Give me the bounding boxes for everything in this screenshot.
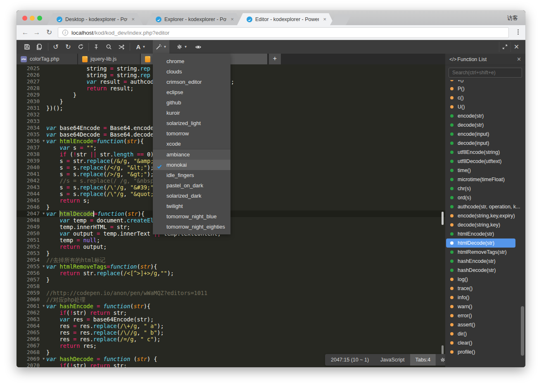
gutter-line-number[interactable]: 2059	[17, 290, 46, 296]
code-line[interactable]: 2059//http://codepen.io/anon/pen/wWaMQZ?…	[17, 290, 445, 296]
theme-menu-item[interactable]: monokai	[153, 160, 230, 170]
new-file-tab-button[interactable]: +	[268, 54, 281, 64]
undo-icon[interactable]: ↺	[50, 40, 61, 54]
font-size-button[interactable]: A▼	[133, 40, 149, 54]
theme-menu-item[interactable]: pastel_on_dark	[153, 180, 230, 191]
code-editor[interactable]: 2025 string = string.rep2026 string = st…	[17, 64, 445, 367]
code-line[interactable]: 2041 s = s.replace(/>/g, "&gt;");	[17, 171, 445, 177]
gutter-line-number[interactable]: 2048	[17, 217, 46, 224]
function-list-item[interactable]: encode(str)	[445, 111, 522, 120]
code-line[interactable]: 2054//去掉所有的html标记	[17, 257, 445, 263]
save-all-icon[interactable]	[34, 40, 45, 54]
code-line[interactable]: 2031})();	[17, 105, 445, 111]
code-line[interactable]: 2051 temp = null;	[17, 237, 445, 243]
function-list-item[interactable]: assert()	[445, 320, 522, 329]
code-line[interactable]: 2037 var s = "";	[17, 144, 445, 151]
gutter-line-number[interactable]: 2028	[17, 85, 46, 92]
code-line[interactable]: 2057}	[17, 276, 445, 283]
theme-menu-item[interactable]: idle_fingers	[153, 170, 230, 180]
function-list-item[interactable]: decode(string,key)	[445, 220, 522, 229]
tab-size-setting[interactable]: Tabs:4	[410, 354, 435, 366]
browser-menu-icon[interactable]	[515, 28, 521, 35]
gutter-line-number[interactable]: 2045	[17, 197, 46, 204]
gutter-line-number[interactable]: 2035	[17, 131, 46, 138]
tab-close-icon[interactable]: ×	[230, 16, 234, 22]
reload-icon[interactable]: ↻	[44, 27, 55, 38]
code-line[interactable]: 2055▼var htmlRemoveTags=function(str){	[17, 263, 445, 270]
code-line[interactable]: 2039 s = str.replace(/&/g, "&amp;");	[17, 158, 445, 164]
function-list-item[interactable]: htmlEncode(str)	[445, 229, 522, 239]
function-list-item[interactable]: htmlRemoveTags(str)	[445, 248, 522, 257]
function-list-item[interactable]: info()	[445, 293, 522, 302]
code-line[interactable]: 2066 res = res.replace(/=/g, "_c");	[17, 336, 445, 342]
fold-arrow-icon[interactable]: ▼	[43, 263, 45, 270]
function-list-item[interactable]: c()	[445, 93, 522, 102]
theme-menu-item[interactable]: tomorrow_night_eighties	[153, 222, 230, 232]
code-line[interactable]: 2030 }	[17, 98, 445, 105]
code-line[interactable]: 2028 return result;	[17, 85, 445, 92]
fold-arrow-icon[interactable]: ▼	[43, 138, 45, 144]
code-line[interactable]: 2067 return res;	[17, 342, 445, 349]
search-icon[interactable]	[103, 40, 114, 54]
function-list-item[interactable]: log()	[445, 275, 522, 284]
gutter-line-number[interactable]: 2044	[17, 191, 46, 197]
code-line[interactable]: 2061▼var hashEncode = function(str){	[17, 303, 445, 309]
gutter-line-number[interactable]: 2026	[17, 72, 46, 78]
code-line[interactable]: 2027 var result = authcode(string,operat…	[17, 78, 445, 85]
function-list-item[interactable]: chr(s)	[445, 184, 522, 193]
gutter-line-number[interactable]: 2050	[17, 230, 46, 237]
code-line[interactable]: 2026 string = string.rep	[17, 72, 445, 78]
gutter-line-number[interactable]: 2039	[17, 158, 46, 164]
code-line[interactable]: 2038 if (!str || str.length == 0) return…	[17, 151, 445, 158]
gutter-line-number[interactable]: 2031	[17, 105, 46, 111]
gutter-line-number[interactable]: 2025	[17, 65, 46, 72]
browser-tab-desktop[interactable]: Desktop - kodexplorer - Power ×	[47, 13, 143, 25]
theme-menu-item[interactable]: twilight	[153, 201, 230, 211]
code-line[interactable]: 2048 var temp = document.createElement("…	[17, 217, 445, 224]
function-list-item[interactable]: decode(str)	[445, 120, 522, 130]
browser-tab-editor[interactable]: Editor - kodexplorer - Powered ×	[237, 13, 335, 25]
gutter-line-number[interactable]: 2032	[17, 111, 46, 118]
gutter-line-number[interactable]: 2037	[17, 144, 46, 151]
pin-icon[interactable]	[91, 40, 102, 54]
function-list-item[interactable]: profile()	[445, 347, 522, 357]
theme-menu-item[interactable]: chrome	[153, 56, 230, 66]
gutter-line-number[interactable]: 2054	[17, 257, 46, 263]
fold-arrow-icon[interactable]: ▼	[43, 303, 45, 309]
code-line[interactable]: 2032	[17, 111, 445, 118]
gutter-line-number[interactable]: 2027	[17, 78, 46, 85]
function-list-item[interactable]: encode(input)	[445, 130, 522, 139]
window-close-button[interactable]	[22, 16, 27, 21]
code-line[interactable]: 2056 return str.replace(/<[^>]+>/g,"");	[17, 270, 445, 276]
save-icon[interactable]	[21, 40, 32, 54]
gutter-line-number[interactable]: 2058	[17, 283, 46, 290]
function-list-item[interactable]: P()	[445, 84, 522, 93]
theme-menu-item[interactable]: kuroir	[153, 108, 230, 118]
refresh-icon[interactable]	[75, 40, 86, 54]
close-icon[interactable]: ✕	[517, 56, 521, 62]
function-list-item[interactable]: decode(input)	[445, 139, 522, 148]
gutter-line-number[interactable]: 2029	[17, 92, 46, 98]
shuffle-icon[interactable]	[116, 40, 127, 54]
gutter-line-number[interactable]: 2070	[17, 362, 46, 367]
code-line[interactable]: 2025 string = string.rep	[17, 65, 445, 72]
gutter-line-number[interactable]: 2052	[17, 243, 46, 250]
language-mode[interactable]: JavaScript	[375, 357, 410, 363]
gutter-line-number[interactable]: 2063	[17, 316, 46, 323]
theme-menu-item[interactable]: tomorrow_night_blue	[153, 211, 230, 222]
function-list-item[interactable]: hashEncode(str)	[445, 257, 522, 266]
gutter-line-number[interactable]: 2033	[17, 118, 46, 125]
function-list-item[interactable]: U()	[445, 102, 522, 111]
settings-gear-button[interactable]: ▼	[173, 40, 190, 54]
function-search-input[interactable]	[449, 68, 522, 78]
preview-eye-icon[interactable]	[192, 40, 204, 54]
gutter-line-number[interactable]: 2069▼	[17, 356, 46, 362]
new-browser-tab-button[interactable]	[330, 14, 351, 25]
fold-arrow-icon[interactable]: ▼	[43, 210, 45, 217]
file-tab-colortag[interactable]: php colorTag.php	[17, 54, 78, 64]
code-line[interactable]: 2058	[17, 283, 445, 290]
theme-menu-item[interactable]: tomorrow	[153, 128, 230, 139]
gutter-line-number[interactable]: 2036▼	[17, 138, 46, 144]
function-list-item[interactable]: time()	[445, 166, 522, 175]
code-line[interactable]: 2047▼var htmlDecode=function(str){	[17, 210, 445, 217]
